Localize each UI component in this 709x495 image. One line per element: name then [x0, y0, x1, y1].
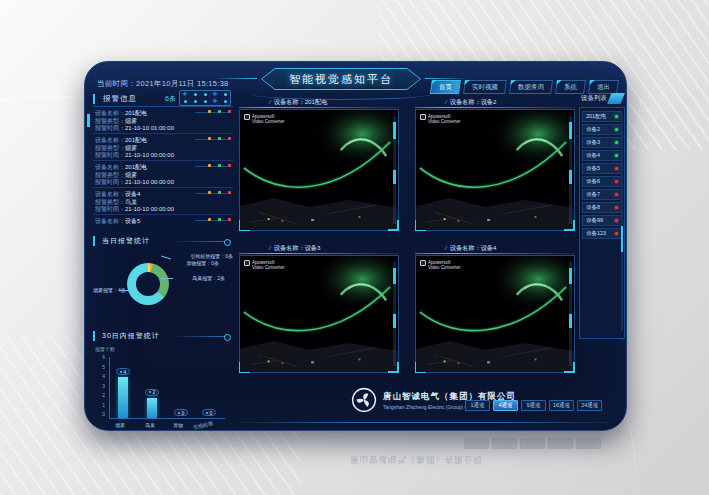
orange-dot-icon [208, 137, 211, 140]
video-cell[interactable]: 设备名称：设备4 ApowersoftVideo Converter [415, 242, 575, 373]
device-list-item[interactable]: 设备123 [582, 228, 622, 239]
scrollbar-thumb[interactable] [393, 268, 396, 284]
x-label: 异物 [173, 422, 183, 428]
today-stats-title: 当日报警统计 [93, 236, 150, 246]
nav-button-system[interactable]: 系统 [555, 80, 586, 94]
field-label: 设备名称： [95, 164, 125, 170]
nav-button-data-query[interactable]: 数据查询 [509, 80, 553, 94]
left-scroll-thumb[interactable] [87, 114, 90, 127]
video-frame[interactable]: ApowersoftVideo Converter [239, 255, 399, 373]
device-list-item[interactable]: 201配电 [582, 111, 622, 122]
dot-icon [178, 412, 180, 414]
reflected-channels: 1通道 4通道 9通道 16通道 24通道 [464, 438, 601, 449]
video-name-value: 201配电 [305, 98, 328, 105]
nav-label: 数据查询 [518, 83, 544, 92]
video-scrollbar[interactable] [569, 116, 572, 224]
video-name-label: 设备名称： [450, 98, 481, 105]
status-dot-icon [615, 154, 618, 157]
y-tick: 4 [102, 374, 105, 379]
video-scene [240, 256, 398, 372]
status-dot-icon [615, 167, 618, 170]
alarm-device-value: 201配电 [125, 110, 147, 116]
scrollbar-thumb[interactable] [393, 314, 396, 328]
reflected-company-name: 唐山智诚电气（集团）有限公司 [350, 453, 483, 465]
channel-button-1[interactable]: 1通道 [465, 400, 490, 411]
video-scrollbar[interactable] [569, 262, 572, 366]
nav-button-exit[interactable]: 退出 [588, 80, 619, 94]
device-list-item[interactable]: 设备99 [582, 215, 622, 226]
field-label: 报警类型： [95, 199, 125, 205]
donut-label: 鸟巢报警：2条 [192, 275, 225, 281]
alarm-list-item[interactable]: 设备名称：201配电 报警类型：烟雾 报警时间：21-10-10 00:00:0… [93, 134, 233, 161]
alarm-type-row: 报警类型：烟雾 [95, 172, 231, 180]
alarm-list-item[interactable]: 设备名称：201配电 报警类型：烟雾 报警时间：21-10-10 00:00:0… [93, 161, 233, 188]
orange-dot-icon [208, 191, 211, 194]
device-name: 设备2 [586, 126, 600, 133]
device-list-item[interactable]: 设备2 [582, 124, 622, 135]
video-wall: 设备名称：201配电 ApowersoftVideo Converter [239, 96, 575, 380]
status-dot-icon [615, 232, 618, 235]
watermark-logo-icon [244, 260, 250, 266]
nav-label: 系统 [564, 83, 577, 92]
channel-button-9[interactable]: 9通道 [521, 400, 546, 411]
monthly-bar-chart: 报警个数 6 5 4 3 2 1 0 4 2 0 0 烟雾 鸟巢 异物 引线松弛 [93, 346, 233, 431]
leader-line [119, 290, 129, 291]
dot-icon [120, 371, 122, 373]
leader-line [161, 278, 173, 279]
scrollbar-thumb[interactable] [393, 122, 396, 138]
watermark-text: ApowersoftVideo Converter [252, 114, 284, 124]
device-name: 设备8 [586, 204, 600, 211]
video-cell[interactable]: 设备名称：设备2 ApowersoftVideo Converter [415, 96, 575, 231]
device-list-item[interactable]: 设备3 [582, 137, 622, 148]
scrollbar-thumb[interactable] [569, 170, 572, 184]
device-list-tab-icon[interactable] [607, 93, 625, 104]
alarm-list-item[interactable]: 设备名称：201配电 报警类型：烟雾 报警时间：21-10-10 01:00:0… [93, 107, 233, 134]
video-scene [240, 110, 398, 230]
alarm-list-item[interactable]: 设备名称：设备4 报警类型：鸟巢 报警时间：21-10-10 00:00:00 [93, 188, 233, 215]
video-scrollbar[interactable] [393, 262, 396, 366]
device-list-item[interactable]: 设备6 [582, 176, 622, 187]
alarm-time-row: 报警时间：21-10-10 00:00:00 [95, 206, 231, 214]
device-list-scroll-thumb[interactable] [621, 226, 623, 252]
alarm-indicators [208, 137, 231, 140]
channel-button-16[interactable]: 16通道 [549, 400, 574, 411]
green-dot-icon [218, 137, 221, 140]
watermark-text: ApowersoftVideo Converter [428, 260, 460, 270]
device-list-item[interactable]: 设备5 [582, 163, 622, 174]
video-frame[interactable]: ApowersoftVideo Converter [415, 255, 575, 373]
status-dot-icon [615, 180, 618, 183]
scrollbar-thumb[interactable] [393, 170, 396, 184]
video-frame[interactable]: ApowersoftVideo Converter [415, 109, 575, 231]
device-list-scrollbar[interactable] [621, 116, 623, 330]
alarm-time-value: 21-10-10 00:00:00 [125, 206, 174, 212]
scrollbar-thumb[interactable] [569, 122, 572, 138]
x-label: 鸟巢 [145, 422, 155, 428]
status-dot-icon [615, 128, 618, 131]
device-name: 设备3 [586, 139, 600, 146]
video-frame[interactable]: ApowersoftVideo Converter [239, 109, 399, 231]
header-line [171, 241, 225, 242]
video-cell[interactable]: 设备名称：设备3 ApowersoftVideo Converter [239, 242, 399, 373]
device-list-item[interactable]: 设备7 [582, 189, 622, 200]
scrollbar-thumb[interactable] [569, 314, 572, 328]
red-dot-icon [228, 218, 231, 221]
device-list-item[interactable]: 设备4 [582, 150, 622, 161]
watermark-text: ApowersoftVideo Converter [428, 114, 460, 124]
nav-button-live-video[interactable]: 实时视频 [463, 80, 507, 94]
video-cell[interactable]: 设备名称：201配电 ApowersoftVideo Converter [239, 96, 399, 231]
video-watermark: ApowersoftVideo Converter [420, 114, 460, 124]
red-dot-icon [228, 110, 231, 113]
channel-button-4[interactable]: 4通道 [493, 400, 518, 411]
nav-button-home[interactable]: 首页 [430, 80, 461, 94]
alarm-sidebar: 报警信息 6条 ✛✛✛ 设备名称：201配电 报警类型：烟雾 报警时间：21-1… [93, 92, 233, 431]
channel-button-24[interactable]: 24通道 [577, 400, 602, 411]
main-nav: 首页 实时视频 数据查询 系统 退出 [431, 80, 618, 94]
watermark-logo-icon [420, 114, 426, 120]
alarm-list-item[interactable]: 设备名称：设备5 [93, 215, 233, 228]
leader-line [161, 255, 171, 259]
scrollbar-thumb[interactable] [569, 268, 572, 284]
video-scrollbar[interactable] [393, 116, 396, 224]
y-tick: 2 [102, 393, 105, 398]
device-list-item[interactable]: 设备8 [582, 202, 622, 213]
status-dot-icon [615, 193, 618, 196]
